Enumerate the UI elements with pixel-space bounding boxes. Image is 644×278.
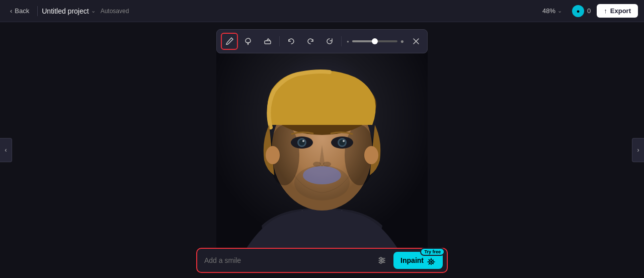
svg-point-27 bbox=[380, 261, 382, 263]
toolbar-divider-2 bbox=[341, 36, 342, 46]
prompt-input[interactable] bbox=[204, 256, 370, 264]
brush-tool-button[interactable] bbox=[221, 33, 238, 50]
brush-size-max-icon: ● bbox=[400, 38, 404, 45]
brush-size-min-icon: ● bbox=[347, 39, 349, 44]
inpaint-label: Inpaint bbox=[400, 256, 424, 264]
project-name-text: Untitled project bbox=[42, 7, 89, 15]
close-icon bbox=[413, 38, 420, 45]
close-toolbar-button[interactable] bbox=[409, 34, 423, 48]
floating-toolbar: ● ● bbox=[216, 29, 428, 53]
zoom-control[interactable]: 48% ⌄ bbox=[538, 5, 566, 17]
redo-icon bbox=[306, 37, 314, 45]
prompt-bar: Try free Inpaint bbox=[196, 248, 448, 273]
svg-point-0 bbox=[226, 44, 227, 45]
inpaint-button[interactable]: Try free Inpaint bbox=[393, 252, 443, 269]
right-arrow-icon: › bbox=[637, 147, 639, 154]
undo-button[interactable] bbox=[283, 33, 300, 50]
credits-icon: ● bbox=[577, 8, 580, 14]
toolbar-divider-1 bbox=[279, 36, 280, 46]
canvas-next-button[interactable]: › bbox=[632, 138, 644, 162]
main-canvas-area: ● ● ‹ bbox=[0, 22, 644, 278]
svg-point-25 bbox=[380, 257, 382, 259]
svg-point-13 bbox=[302, 140, 304, 142]
chevron-down-icon: ⌄ bbox=[91, 8, 96, 14]
brush-icon bbox=[225, 37, 234, 46]
try-free-badge: Try free bbox=[420, 248, 445, 256]
redo-button[interactable] bbox=[302, 33, 319, 50]
brush-size-control[interactable]: ● ● bbox=[345, 38, 406, 45]
autosaved-label: Autosaved bbox=[101, 8, 129, 15]
settings-icon bbox=[377, 256, 386, 265]
svg-point-9 bbox=[364, 146, 378, 164]
eraser-tool-button[interactable] bbox=[259, 33, 276, 50]
portrait-svg bbox=[216, 34, 428, 266]
credits-badge: ● bbox=[572, 5, 584, 17]
magic-wand-icon bbox=[427, 256, 436, 265]
refresh-icon bbox=[326, 37, 334, 45]
brush-slider[interactable] bbox=[352, 40, 397, 42]
chevron-down-icon-zoom: ⌄ bbox=[557, 8, 562, 14]
top-navigation: ‹ Back Untitled project ⌄ Autosaved 48% … bbox=[0, 0, 644, 22]
back-label: Back bbox=[15, 7, 29, 15]
project-name[interactable]: Untitled project ⌄ bbox=[42, 7, 95, 15]
brush-slider-thumb bbox=[372, 38, 378, 44]
svg-point-29 bbox=[430, 261, 432, 263]
svg-rect-1 bbox=[265, 41, 271, 44]
svg-point-8 bbox=[266, 146, 280, 164]
credits-count: 0 bbox=[587, 7, 591, 15]
undo-icon bbox=[287, 37, 295, 45]
export-label: Export bbox=[610, 7, 631, 15]
eraser-icon bbox=[263, 37, 272, 46]
back-arrow-icon: ‹ bbox=[10, 7, 12, 15]
svg-point-17 bbox=[343, 140, 345, 142]
prompt-settings-button[interactable] bbox=[374, 253, 389, 268]
lasso-tool-button[interactable] bbox=[240, 33, 257, 50]
nav-divider-1 bbox=[37, 6, 38, 16]
image-canvas[interactable] bbox=[216, 34, 428, 266]
credits-display: ● 0 bbox=[572, 5, 591, 17]
export-arrow-icon: ↑ bbox=[604, 7, 607, 15]
zoom-level: 48% bbox=[542, 7, 555, 15]
svg-point-21 bbox=[303, 166, 341, 184]
svg-point-26 bbox=[382, 259, 384, 261]
lasso-icon bbox=[244, 37, 253, 46]
refresh-button[interactable] bbox=[321, 33, 338, 50]
left-arrow-icon: ‹ bbox=[5, 147, 7, 154]
export-button[interactable]: ↑ Export bbox=[597, 4, 638, 18]
back-button[interactable]: ‹ Back bbox=[6, 5, 33, 17]
canvas-prev-button[interactable]: ‹ bbox=[0, 138, 12, 162]
